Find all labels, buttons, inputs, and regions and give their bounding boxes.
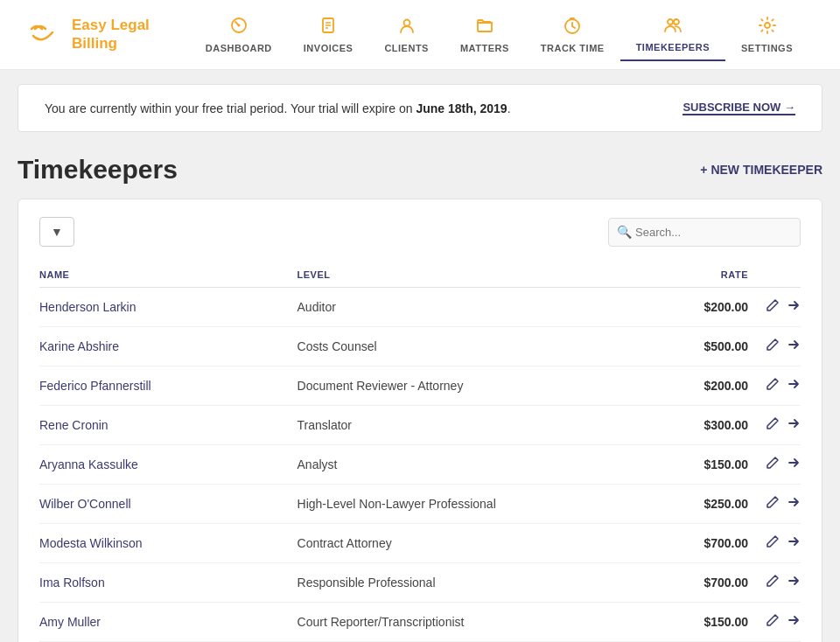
row-actions xyxy=(748,416,801,434)
arrow-icon[interactable] xyxy=(787,338,801,355)
search-wrap: 🔍 xyxy=(608,218,801,247)
svg-point-6 xyxy=(403,20,410,26)
table-row: Ima Rolfson Responsible Professional $70… xyxy=(39,563,801,603)
table-row: Rene Cronin Translator $300.00 xyxy=(39,406,801,445)
table-row: Amy Muller Court Reporter/Transcriptioni… xyxy=(39,603,801,642)
search-icon: 🔍 xyxy=(617,225,632,239)
page-title: Timekeepers xyxy=(18,155,178,185)
edit-icon[interactable] xyxy=(766,416,780,434)
subscribe-button[interactable]: SUBSCRIBE NOW → xyxy=(682,101,795,115)
col-actions xyxy=(748,269,801,280)
filter-button[interactable]: ▼ xyxy=(39,217,74,247)
logo-text: Easy Legal Billing xyxy=(72,17,150,52)
page-header: Timekeepers + NEW TIMEKEEPER xyxy=(18,155,822,185)
row-actions xyxy=(748,613,801,631)
row-actions xyxy=(748,298,801,316)
timekeeper-name[interactable]: Wilber O'Connell xyxy=(39,497,298,511)
row-actions xyxy=(748,534,801,552)
timekeeper-level: Translator xyxy=(298,418,620,432)
timekeeper-level: Analyst xyxy=(298,457,620,471)
nav-item-matters[interactable]: MATTERS xyxy=(444,9,525,60)
table-row: Aryanna Kassulke Analyst $150.00 xyxy=(39,445,801,485)
table-row: Federico Pfannerstill Document Reviewer … xyxy=(39,366,801,406)
edit-icon[interactable] xyxy=(766,456,780,473)
timekeeper-name[interactable]: Ima Rolfson xyxy=(39,576,298,590)
timekeeper-name[interactable]: Federico Pfannerstill xyxy=(39,379,298,393)
timekeeper-rate: $500.00 xyxy=(620,339,748,353)
nav-item-dashboard[interactable]: DASHBOARD xyxy=(190,9,288,60)
svg-point-10 xyxy=(765,23,770,28)
matters-nav-icon xyxy=(475,16,494,39)
filter-icon: ▼ xyxy=(51,225,63,239)
timekeeper-rate: $200.00 xyxy=(620,379,748,393)
edit-icon[interactable] xyxy=(766,574,780,591)
header: Easy Legal Billing DASHBOARDINVOICESCLIE… xyxy=(0,0,840,70)
arrow-icon[interactable] xyxy=(787,613,801,631)
arrow-icon[interactable] xyxy=(787,456,801,473)
track-time-nav-label: TRACK TIME xyxy=(541,43,605,53)
table-row: Wilber O'Connell High-Level Non-Lawyer P… xyxy=(39,485,801,524)
edit-icon[interactable] xyxy=(766,613,780,631)
clients-nav-label: CLIENTS xyxy=(384,43,429,53)
timekeeper-level: High-Level Non-Lawyer Professional xyxy=(298,497,620,511)
table-header: NAME LEVEL RATE xyxy=(39,262,801,288)
timekeeper-rate: $250.00 xyxy=(620,497,748,511)
main-content: Timekeepers + NEW TIMEKEEPER ▼ 🔍 NAME LE… xyxy=(0,146,840,642)
timekeeper-rate: $300.00 xyxy=(620,418,748,432)
nav-item-invoices[interactable]: INVOICES xyxy=(288,9,369,60)
arrow-icon[interactable] xyxy=(787,416,801,434)
col-rate: RATE xyxy=(620,269,748,280)
table-row: Modesta Wilkinson Contract Attorney $700… xyxy=(39,524,801,563)
dashboard-nav-label: DASHBOARD xyxy=(206,43,272,53)
arrow-icon[interactable] xyxy=(787,298,801,316)
edit-icon[interactable] xyxy=(766,377,780,394)
timekeeper-rate: $150.00 xyxy=(620,457,748,471)
timekeeper-name[interactable]: Amy Muller xyxy=(39,615,298,629)
arrow-icon[interactable] xyxy=(787,534,801,552)
arrow-icon[interactable] xyxy=(787,574,801,591)
timekeeper-name[interactable]: Modesta Wilkinson xyxy=(39,536,298,550)
main-nav: DASHBOARDINVOICESCLIENTSMATTERSTRACK TIM… xyxy=(185,8,814,61)
row-actions xyxy=(748,574,801,591)
timekeeper-name[interactable]: Aryanna Kassulke xyxy=(39,457,298,471)
svg-point-1 xyxy=(237,24,240,27)
timekeeper-rate: $150.00 xyxy=(620,615,748,629)
new-timekeeper-button[interactable]: + NEW TIMEKEEPER xyxy=(700,163,822,177)
timekeeper-level: Court Reporter/Transcriptionist xyxy=(298,615,620,629)
matters-nav-label: MATTERS xyxy=(460,43,509,53)
nav-item-timekeepers[interactable]: TIMEKEEPERS xyxy=(620,8,725,61)
edit-icon[interactable] xyxy=(766,298,780,316)
col-name: NAME xyxy=(39,269,298,280)
timekeeper-rate: $700.00 xyxy=(620,576,748,590)
timekeeper-name[interactable]: Karine Abshire xyxy=(39,339,298,353)
arrow-icon[interactable] xyxy=(787,495,801,513)
search-input[interactable] xyxy=(608,218,801,247)
row-actions xyxy=(748,338,801,355)
clients-nav-icon xyxy=(397,16,416,39)
timekeeper-rate: $200.00 xyxy=(620,300,748,314)
toolbar: ▼ 🔍 xyxy=(39,217,801,247)
nav-item-clients[interactable]: CLIENTS xyxy=(368,9,444,60)
edit-icon[interactable] xyxy=(766,495,780,513)
col-level: LEVEL xyxy=(298,269,620,280)
svg-point-8 xyxy=(668,19,673,24)
svg-point-9 xyxy=(674,19,679,24)
nav-item-track-time[interactable]: TRACK TIME xyxy=(525,9,620,60)
timekeepers-nav-label: TIMEKEEPERS xyxy=(636,42,710,52)
arrow-icon[interactable] xyxy=(787,377,801,394)
timekeeper-name[interactable]: Rene Cronin xyxy=(39,418,298,432)
edit-icon[interactable] xyxy=(766,534,780,552)
timekeeper-name[interactable]: Henderson Larkin xyxy=(39,300,298,314)
timekeepers-nav-icon xyxy=(663,15,682,38)
invoices-nav-icon xyxy=(318,16,338,39)
row-actions xyxy=(748,377,801,394)
table-row: Karine Abshire Costs Counsel $500.00 xyxy=(39,327,801,366)
trial-banner: You are currently within your free trial… xyxy=(18,84,822,132)
track-time-nav-icon xyxy=(563,16,582,39)
timekeeper-level: Document Reviewer - Attorney xyxy=(298,379,620,393)
logo[interactable]: Easy Legal Billing xyxy=(26,17,150,53)
row-actions xyxy=(748,456,801,473)
edit-icon[interactable] xyxy=(766,338,780,355)
nav-item-settings[interactable]: SETTINGS xyxy=(725,9,808,60)
timekeeper-rate: $700.00 xyxy=(620,536,748,550)
